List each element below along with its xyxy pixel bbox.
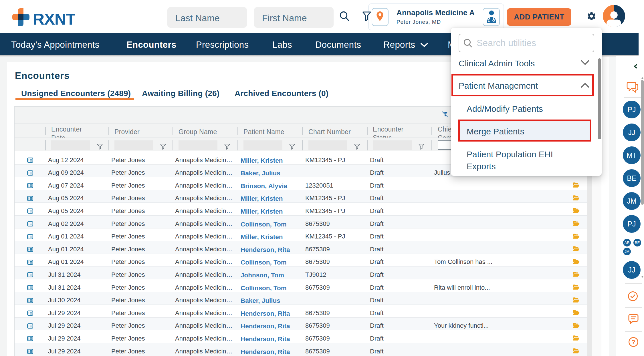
svg-text:RXNT: RXNT — [33, 10, 75, 27]
svg-text:?: ? — [631, 339, 635, 346]
